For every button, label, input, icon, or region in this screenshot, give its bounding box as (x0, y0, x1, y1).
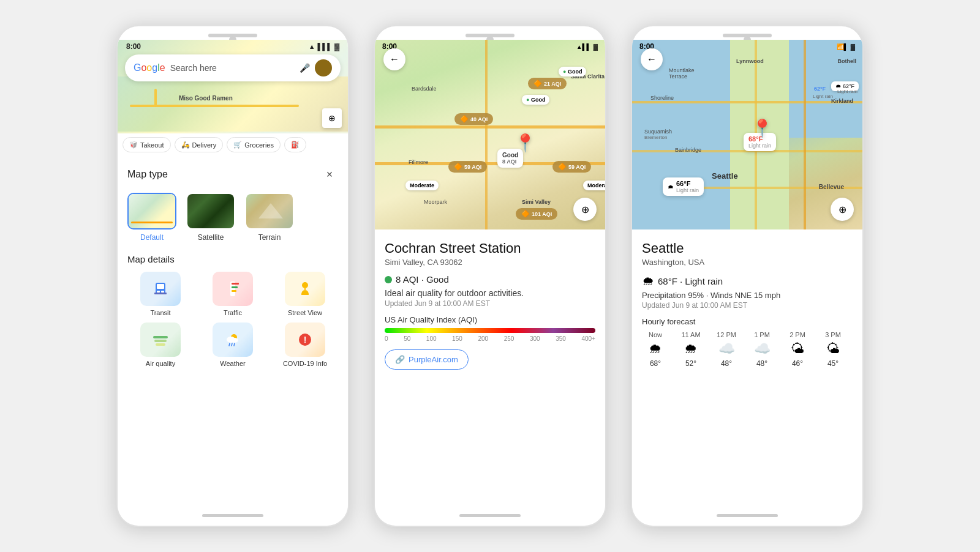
phone1-bottom (118, 508, 348, 526)
transit-icon (140, 272, 181, 306)
hourly-temp-2: 48° (721, 359, 732, 368)
hourly-time-3: 1 PM (754, 331, 770, 338)
detail-traffic[interactable]: Traffic (200, 272, 266, 316)
svg-rect-11 (153, 336, 168, 338)
detail-streetview[interactable]: Street View (272, 272, 338, 316)
svg-line-17 (229, 343, 230, 346)
map-preview: 8:00 ▲ ▌▌▌ ▓ Miso Good Ramen ⊕ (118, 40, 348, 156)
map-layers-button[interactable]: ⊕ (322, 108, 342, 128)
battery-2: ▓ (594, 43, 598, 50)
temp-66-badge: 🌧 66°F Light rain (663, 177, 704, 196)
wifi-icon: ▲ (309, 43, 315, 50)
svg-rect-2 (157, 291, 160, 293)
terrain-thumb-bg (246, 194, 293, 228)
precipitation-details: Precipitation 95% · Winds NNE 15 mph (642, 291, 853, 300)
hourly-3pm: 3 PM 🌤 45° (820, 331, 846, 368)
default-label: Default (140, 233, 164, 242)
groceries-chip[interactable]: 🛒 Groceries (227, 137, 281, 152)
map-type-terrain[interactable]: Terrain (245, 193, 294, 242)
weather-label: Weather (220, 360, 245, 367)
traffic-label: Traffic (224, 309, 242, 316)
transit-label: Transit (150, 309, 170, 316)
hourly-forecast-label: Hourly forecast (642, 317, 853, 326)
detail-transit[interactable]: Transit (127, 272, 194, 316)
svg-rect-4 (154, 293, 167, 294)
location-sub-2: Simi Valley, CA 93062 (385, 258, 595, 267)
google-logo: Google (134, 62, 165, 73)
battery-3: ▓ (851, 43, 855, 50)
map-place-label: Miso Good Ramen (179, 95, 233, 102)
search-bar[interactable]: Google Search here 🎤 (125, 54, 341, 81)
light-rain-text-badge: Light rain (837, 89, 858, 94)
external-link-icon: 🔗 (395, 355, 405, 364)
map-area-3: 8:00 📶▌ ▓ (632, 40, 862, 229)
streetview-label: Street View (288, 309, 322, 316)
map-type-default[interactable]: Default (127, 193, 176, 242)
hourly-11am: 11 AM 🌧 52° (677, 331, 704, 368)
hourly-temp-0: 68° (650, 359, 661, 368)
status-bar: 8:00 ▲ ▌▌▌ ▓ (118, 40, 348, 53)
phone3-content: 8:00 📶▌ ▓ (632, 40, 862, 508)
status-icons-3: 📶▌ ▓ (837, 42, 855, 51)
hourly-time-2: 12 PM (717, 331, 736, 338)
svg-rect-3 (161, 291, 164, 293)
info-panel-2: Cochran Street Station Simi Valley, CA 9… (375, 229, 605, 508)
mountlake-label: MountlakeTerrace (669, 67, 695, 80)
weather-icon (213, 323, 253, 357)
purpleair-button[interactable]: 🔗 PurpleAir.com (385, 349, 469, 370)
second-rain-label: Light rain (676, 187, 699, 193)
search-input[interactable]: Search here (170, 63, 295, 73)
back-button-2[interactable]: ← (383, 48, 405, 70)
phone3-bottom (632, 508, 862, 526)
good-badge-1: ● Good (559, 67, 586, 76)
back-button-3[interactable]: ← (641, 48, 663, 70)
close-button[interactable]: × (321, 166, 338, 183)
map-road-1 (375, 125, 605, 129)
shoreline-label: Shoreline (650, 95, 674, 101)
temp-66-value: 66°F (676, 180, 699, 187)
aqi-scale: 0 50 100 150 200 250 300 350 400+ (385, 335, 595, 342)
bainbridge-label: Bainbridge (675, 147, 701, 153)
detail-weather[interactable]: Weather (200, 323, 266, 367)
detail-covid[interactable]: ! COVID-19 Info (272, 323, 338, 367)
status-icons: ▲ ▌▌▌ ▓ (309, 43, 339, 50)
default-thumb (127, 193, 176, 229)
location-button-3[interactable]: ⊕ (831, 198, 854, 221)
terrain-label: Terrain (258, 233, 281, 242)
svg-rect-6 (232, 283, 239, 285)
weather-row: 🌧 68°F · Light rain (642, 274, 853, 288)
status-bar-2: 8:00 ▲▌▌ ▓ (375, 40, 605, 53)
map-pin-2: 📍 (514, 133, 536, 153)
default-thumb-bg (129, 194, 175, 228)
mic-icon[interactable]: 🎤 (300, 63, 310, 73)
terrain-thumb (245, 193, 294, 229)
hourly-icon-2: ☁️ (718, 341, 735, 357)
aqi-badge-101: 🔶 101 AQI (516, 208, 557, 220)
battery-icon: ▓ (334, 43, 339, 50)
bothell-label: Bothell (838, 58, 857, 64)
map-area-2: 8:00 ▲▌▌ ▓ Santa Clarita Bardsdale Fillm… (375, 40, 605, 229)
location-button-2[interactable]: ⊕ (573, 198, 597, 221)
purpleair-label: PurpleAir.com (409, 355, 458, 364)
moderate-badge-2: Moderate (583, 181, 605, 190)
hourly-scroll: Now 🌧 68° 11 AM 🌧 52° 12 PM ☁️ 48° (642, 331, 853, 370)
hourly-time-5: 3 PM (825, 331, 841, 338)
delivery-chip[interactable]: 🛵 Delivery (175, 137, 224, 152)
detail-airquality[interactable]: Air quality (127, 323, 194, 367)
info-panel-3: Seattle Washington, USA 🌧 68°F · Light r… (632, 229, 862, 508)
hourly-time-1: 11 AM (681, 331, 700, 338)
hourly-12pm: 12 PM ☁️ 48° (713, 331, 740, 368)
svg-text:!: ! (304, 335, 307, 345)
kirkland-label: Kirkland (831, 98, 853, 104)
svg-rect-8 (232, 290, 236, 292)
user-avatar[interactable] (315, 59, 332, 76)
gas-chip[interactable]: ⛽ (284, 137, 306, 152)
hourly-icon-3: ☁️ (754, 341, 771, 357)
place-fillmore: Fillmore (409, 159, 428, 165)
takeout-chip[interactable]: 🥡 Takeout (123, 137, 171, 152)
aqi-value: 8 AQI · Good (396, 274, 449, 285)
covid-label: COVID-19 Info (283, 360, 327, 367)
map-type-satellite[interactable]: Satellite (186, 193, 235, 242)
hourly-temp-3: 48° (756, 359, 767, 368)
svg-line-18 (232, 343, 232, 346)
